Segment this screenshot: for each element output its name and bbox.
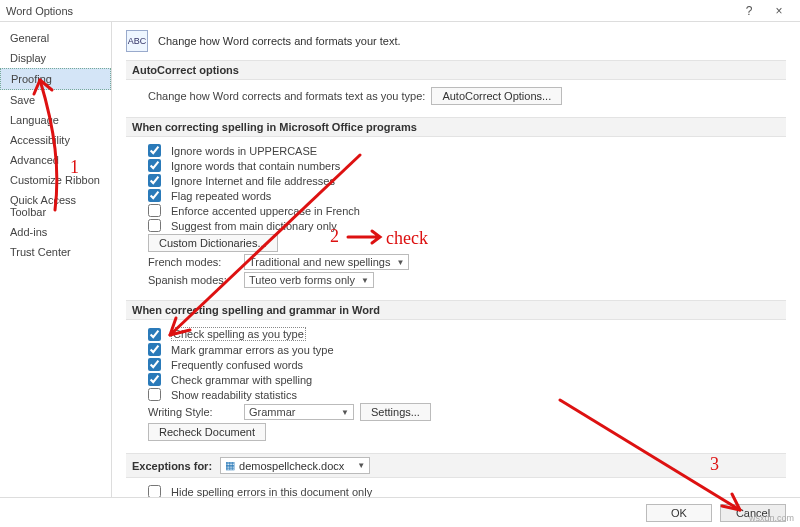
page-title: Change how Word corrects and formats you… [158, 35, 401, 47]
sidebar-item-trust-center[interactable]: Trust Center [0, 242, 111, 262]
section-word-title: When correcting spelling and grammar in … [126, 300, 786, 320]
sidebar: General Display Proofing Save Language A… [0, 22, 112, 497]
writing-style-combo[interactable]: Grammar▼ [244, 404, 354, 420]
document-icon: ▦ [225, 459, 235, 472]
chk-maindict[interactable] [148, 219, 161, 232]
abc-check-icon: ABC [126, 30, 148, 52]
main-area: General Display Proofing Save Language A… [0, 22, 800, 497]
chk-readability[interactable] [148, 388, 161, 401]
recheck-document-button[interactable]: Recheck Document [148, 423, 266, 441]
watermark: wsxdn.com [749, 513, 794, 523]
titlebar: Word Options ? × [0, 0, 800, 22]
sidebar-item-language[interactable]: Language [0, 110, 111, 130]
sidebar-item-accessibility[interactable]: Accessibility [0, 130, 111, 150]
autocorrect-options-button[interactable]: AutoCorrect Options... [431, 87, 562, 105]
help-button[interactable]: ? [734, 4, 764, 18]
chk-spelling-as-type[interactable] [148, 328, 161, 341]
chk-grammar-as-type[interactable] [148, 343, 161, 356]
chk-repeated[interactable] [148, 189, 161, 202]
chk-grammar-spelling[interactable] [148, 373, 161, 386]
dialog-footer: OK Cancel [0, 497, 800, 527]
french-modes-combo[interactable]: Traditional and new spellings▼ [244, 254, 409, 270]
chk-confused[interactable] [148, 358, 161, 371]
spanish-label: Spanish modes: [148, 274, 238, 286]
close-button[interactable]: × [764, 4, 794, 18]
page-header: ABC Change how Word corrects and formats… [126, 30, 786, 52]
sidebar-item-addins[interactable]: Add-ins [0, 222, 111, 242]
sidebar-item-display[interactable]: Display [0, 48, 111, 68]
sidebar-item-quick-access[interactable]: Quick Access Toolbar [0, 190, 111, 222]
sidebar-item-advanced[interactable]: Advanced [0, 150, 111, 170]
chk-internet[interactable] [148, 174, 161, 187]
sidebar-item-customize-ribbon[interactable]: Customize Ribbon [0, 170, 111, 190]
chk-accented[interactable] [148, 204, 161, 217]
sidebar-item-save[interactable]: Save [0, 90, 111, 110]
chevron-down-icon: ▼ [357, 461, 365, 470]
writing-style-label: Writing Style: [148, 406, 238, 418]
sidebar-item-proofing[interactable]: Proofing [0, 68, 111, 90]
sidebar-item-general[interactable]: General [0, 28, 111, 48]
section-exceptions-title: Exceptions for: ▦demospellcheck.docx ▼ [126, 453, 786, 478]
chk-uppercase[interactable] [148, 144, 161, 157]
autocorrect-desc: Change how Word corrects and formats tex… [148, 90, 425, 102]
french-label: French modes: [148, 256, 238, 268]
exceptions-doc-combo[interactable]: ▦demospellcheck.docx ▼ [220, 457, 370, 474]
section-autocorrect-title: AutoCorrect options [126, 60, 786, 80]
spanish-modes-combo[interactable]: Tuteo verb forms only▼ [244, 272, 374, 288]
chk-hide-spelling[interactable] [148, 485, 161, 497]
chevron-down-icon: ▼ [396, 258, 404, 267]
chk-numbers[interactable] [148, 159, 161, 172]
chevron-down-icon: ▼ [341, 408, 349, 417]
ok-button[interactable]: OK [646, 504, 712, 522]
settings-button[interactable]: Settings... [360, 403, 431, 421]
section-msoffice-title: When correcting spelling in Microsoft Of… [126, 117, 786, 137]
content: ABC Change how Word corrects and formats… [112, 22, 800, 497]
chevron-down-icon: ▼ [361, 276, 369, 285]
window-title: Word Options [6, 5, 73, 17]
custom-dictionaries-button[interactable]: Custom Dictionaries... [148, 234, 278, 252]
